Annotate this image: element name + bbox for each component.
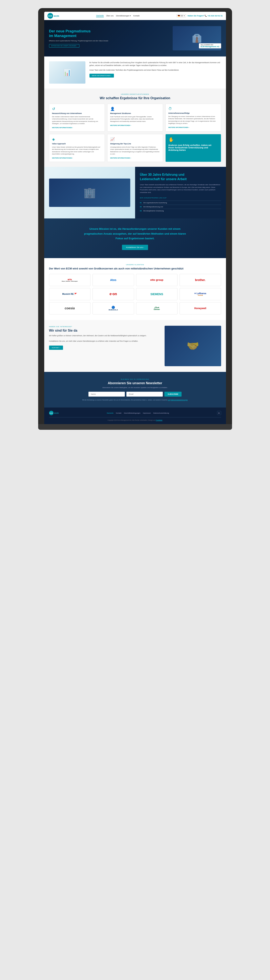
experience-section: 🏢 Über 30 Jahre Erfahrung und Leidenscha… [44,167,226,218]
service-card-highlight: ✋ Anderen zum Erfolg verhelfen, indem wi… [166,134,221,162]
newsletter-subtitle: Abonnieren Sie unsere Mailingliste, um d… [60,387,210,388]
footer-logo-icon-text: ecm [49,412,53,414]
footer-top: ecm ecm Startseite Kontakt Geschäftsbedi… [49,411,221,417]
service-link-nachfolge[interactable]: WEITERE INFORMATIONEN › [169,127,189,128]
website: ecm ecm Startseite Über uns Dienstleistu… [44,12,226,424]
navigation: ecm ecm Startseite Über uns Dienstleistu… [44,12,226,20]
contact-label: HABEN SIE INTERESSE? [49,326,161,328]
client-logo-mubadala: 🔵 MUBADALA [93,302,134,314]
nav-logo: ecm ecm [47,13,59,19]
newsletter-email-input[interactable] [126,392,163,396]
hero-content: Der neue Pragmatismus im Management Effi… [49,29,135,48]
logo-text: ecm [54,14,59,18]
contact-text-2: Kontaktieren Sie uns, um mehr über unser… [49,340,161,343]
client-logo-eon: e·on [93,288,134,300]
partner-more-button[interactable]: MEHR INFORMATIONEN › [90,74,114,78]
service-text-nachfolge: Der Übergang von einem Unternehmer zu ei… [169,115,218,124]
footer-link-kontakt[interactable]: Kontakt [116,412,122,414]
exp-point-3: 03 Die disziplinierte Umsetzung [140,209,221,213]
clients-section: UNSERE KLIENTEN Der Wert von ECM wird so… [44,258,226,320]
hero-section: Der neue Pragmatismus im Management Effi… [44,20,226,56]
haben-fragen-text: Haben Sie Fragen? [188,15,204,17]
service-link-management[interactable]: WEITERE INFORMATIONEN › [110,124,131,126]
service-text-value: Unser Value Ansatz verbindet auf die ges… [52,146,102,155]
page-outer: ecm ecm Startseite Über uns Dienstleistu… [0,0,270,980]
service-link-topline[interactable]: WEITERE INFORMATIONEN › [110,157,131,159]
experience-title: Über 30 Jahre Erfahrung und Leidenschaft… [140,172,221,181]
service-icon-nachfolge: ⏱ [169,107,218,111]
footer-designer-link[interactable]: Frontlinker [156,420,163,421]
mission-contact-button[interactable]: Kontaktieren Sie uns › [122,245,148,250]
hero-subtitle: Effizienz durch systematische Führung, P… [49,40,135,42]
partner-text: Ihr Partner für die schnelle und korrekt… [90,61,221,78]
footer-social-linkedin[interactable]: in [217,411,221,415]
nav-right: 🇩🇪 DE ▾ Haben Sie Fragen? 📞 +41 616 310 … [177,14,223,18]
service-text-management: Gute Fachleute sind nicht immer gute Füh… [110,116,160,123]
newsletter-legal-link-1[interactable]: und [168,399,170,401]
laptop-frame: ecm ecm Startseite Über uns Dienstleistu… [38,8,232,424]
footer-link-impressum[interactable]: Impressum [143,412,151,414]
footer-social: in [217,411,221,415]
nav-link-uber[interactable]: Über uns [106,15,114,17]
footer-link-agb[interactable]: Geschäftsbedingungen [124,412,141,414]
client-logo-coesia: coesia [49,302,91,314]
footer-link-datenschutz[interactable]: Datenschutzerklärung [153,412,169,414]
service-title-highlight: Anderen zum Erfolg verhelfen, indem wir … [169,144,218,151]
client-logo-lufthansa: ✈ Lufthansa Technik [180,288,221,300]
client-logo-atos: Atos [93,274,134,286]
service-icon-highlight: ✋ [169,137,218,142]
experience-text: Unser Team besteht ausschliesslich aus e… [140,184,221,194]
client-logo-otto: otto group [136,274,178,286]
contact-title: Wir sind für Sie da [49,329,161,332]
experience-photo: 🏢 [49,178,130,207]
client-logo-brother: brother. [180,274,221,286]
lang-text: DE [180,15,183,17]
experience-image: 🏢 [44,167,135,218]
nav-language-selector[interactable]: 🇩🇪 DE ▾ [177,14,186,18]
nav-link-kontakt[interactable]: Kontakt [133,15,139,17]
hero-badge-label: WILLKOMMEN BEI [201,44,219,46]
hero-cta-button[interactable]: ENTDECKEN SIE UNSER LÖSUNGEN › [49,44,79,48]
service-title-topline: Steigerung der Top-Line [110,143,160,145]
newsletter-name-input[interactable] [88,392,125,396]
experience-content: Über 30 Jahre Erfahrung und Leidenschaft… [135,167,226,218]
logo-icon-text: ecm [48,15,52,17]
partner-image: 📊 [49,61,85,84]
laptop-base [38,424,232,430]
service-text-topline: Umsatzprobleme sind oft eine Folge von t… [110,146,160,155]
client-logo-artu: artu Bayer, Daimler, Volkswagen [49,274,91,286]
contact-button[interactable]: KONTAKT › [49,345,63,350]
nav-link-home[interactable]: Startseite [96,14,104,17]
client-logo-siemens: SIEMENS [136,288,178,300]
client-logo-daman: ضمان Daman [136,302,178,314]
newsletter-section: BLEIBEN SIE IN VERBINDUNG Abonnieren Sie… [44,372,226,408]
footer-logo: ecm ecm [49,411,59,415]
services-grid: ↺ Neuausrichtung von Unternehmen Die mei… [49,103,221,162]
phone-icon: 📞 [205,15,207,17]
service-title-management: Management Strukturen [110,112,160,115]
service-link-neuausrichtung[interactable]: WEITERE INFORMATIONEN › [52,127,73,129]
service-icon-value: ◈ [52,137,102,142]
hero-badge-company: ECM Management AG [201,46,219,48]
nav-link-dienst[interactable]: Dienstleistungen ▾ [116,15,131,17]
newsletter-subscribe-button[interactable]: SUBSCRIBE [164,392,182,396]
service-title-value: Value Approach [52,143,102,145]
hero-image-area: 👔 WILLKOMMEN BEI ECM Management AG [135,26,221,50]
service-card-management: 👤 Management Strukturen Gute Fachleute s… [107,103,163,132]
exp-point-1: 01 Die organisatorische Ausrichtung [140,200,221,205]
experience-points-label: WIR KONZENTRIEREN UNS AUF [140,197,221,199]
newsletter-legal-link-2[interactable]: Datenschutzbestimmungen [171,399,188,401]
partner-text-2: Unser Team setzt die modernsten Technike… [90,69,221,72]
service-link-value[interactable]: WEITERE INFORMATIONEN › [52,157,73,159]
newsletter-form: SUBSCRIBE [60,392,210,396]
service-card-neuausrichtung: ↺ Neuausrichtung von Unternehmen Die mei… [49,103,105,132]
clients-label: UNSERE KLIENTEN [49,264,221,266]
footer-link-home[interactable]: Startseite [107,412,114,414]
service-title-neuausrichtung: Neuausrichtung von Unternehmen [52,112,102,115]
footer-logo-icon: ecm [49,411,54,415]
experience-points-list: 01 Die organisatorische Ausrichtung 02 D… [140,200,221,213]
chevron-down-icon: ▾ [184,15,185,17]
partner-text-1: Ihr Partner für die schnelle und korrekt… [90,61,221,67]
mission-highlight-1: bewährten Methoden [137,232,164,235]
hero-badge: WILLKOMMEN BEI ECM Management AG [199,43,221,48]
